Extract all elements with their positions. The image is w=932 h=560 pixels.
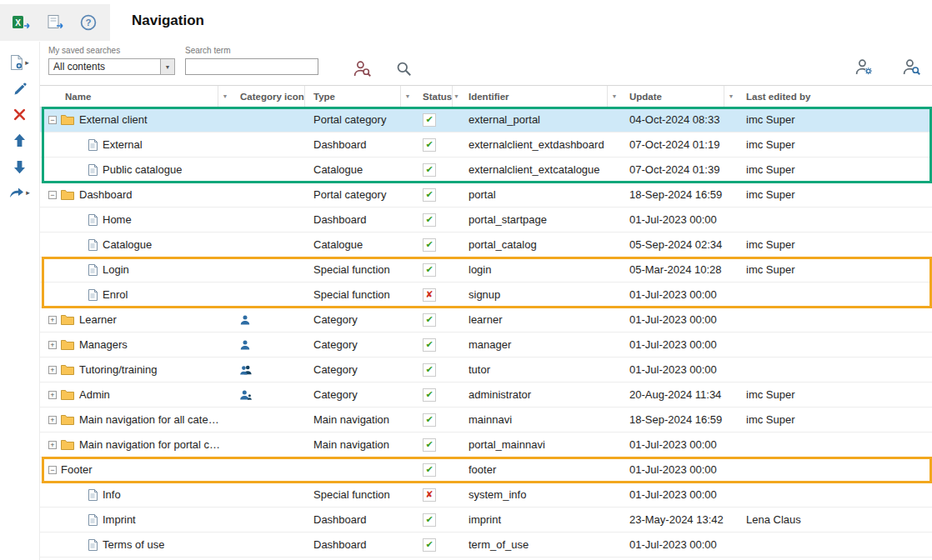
identifier-cell: login <box>460 258 621 282</box>
excel-export-icon[interactable]: X <box>12 14 32 31</box>
name-cell[interactable]: −Dashboard <box>40 182 232 207</box>
column-header[interactable]: Identifier▼ <box>460 86 621 107</box>
user-settings-icon[interactable] <box>855 59 873 78</box>
name-cell[interactable]: Enrol <box>40 282 232 307</box>
table-row[interactable]: Public catalogueCatalogue✔externalclient… <box>40 158 932 182</box>
category-icon-cell <box>232 382 305 407</box>
filter-chevron-icon[interactable]: ▼ <box>724 86 738 107</box>
expander-plus-icon[interactable]: + <box>48 341 57 349</box>
table-row[interactable]: ExternalDashboard✔externalclient_extdash… <box>40 132 932 158</box>
identifier-cell: tutor <box>460 358 621 382</box>
table-row[interactable]: Terms of useDashboard✔term_of_use01-Jul-… <box>40 532 932 558</box>
row-identifier: administrator <box>469 388 531 401</box>
table-row[interactable]: −External clientPortal category✔external… <box>40 108 932 132</box>
row-update: 01-Jul-2023 00:00 <box>629 338 717 351</box>
table-row[interactable]: +Main navigation for portal c…Main navig… <box>40 432 932 458</box>
column-header[interactable]: Status▼ <box>414 86 460 107</box>
name-cell[interactable]: Terms of use <box>40 532 232 557</box>
delete-button[interactable] <box>13 108 26 121</box>
row-last-edited-by: imc Super <box>746 163 795 176</box>
table-row[interactable]: HomeDashboard✔portal_startpage01-Jul-202… <box>40 208 932 232</box>
status-active-icon: ✔ <box>423 463 436 477</box>
column-header[interactable]: Name▼ <box>40 86 232 107</box>
help-icon[interactable]: ? <box>80 14 97 31</box>
status-cell: ✔ <box>414 358 460 382</box>
name-cell[interactable]: +Managers <box>40 332 232 357</box>
saved-search-run-icon[interactable] <box>353 61 371 79</box>
name-cell[interactable]: Imprint <box>40 508 232 532</box>
document-icon <box>88 539 98 551</box>
user-search-icon[interactable] <box>903 59 920 78</box>
expander-minus-icon[interactable]: − <box>48 191 57 199</box>
table-row[interactable]: ImprintDashboard✔imprint23-May-2024 13:4… <box>40 508 932 532</box>
expander-plus-icon[interactable]: + <box>48 366 57 374</box>
search-term-input[interactable] <box>185 58 318 75</box>
name-cell[interactable]: Info <box>40 482 232 507</box>
search-icon[interactable] <box>396 61 412 79</box>
table-row[interactable]: CatalogueCatalogue✔portal_catalog05-Sep-… <box>40 232 932 258</box>
filter-chevron-icon[interactable]: ▼ <box>400 86 414 107</box>
table-row[interactable]: +Main navigation for all cate…Main navig… <box>40 408 932 432</box>
name-cell[interactable]: +Learner <box>40 308 232 332</box>
saved-searches-select[interactable]: All contents ▼ <box>48 58 175 75</box>
table-row[interactable]: +Tutoring/trainingCategory✔tutor01-Jul-2… <box>40 358 932 382</box>
page-title: Navigation <box>132 12 204 29</box>
expander-plus-icon[interactable]: + <box>48 441 57 449</box>
name-cell[interactable]: Home <box>40 208 232 232</box>
table-row[interactable]: InfoSpecial function✘system_info01-Jul-2… <box>40 482 932 508</box>
filter-chevron-icon[interactable]: ▼ <box>452 86 460 107</box>
chevron-down-icon[interactable]: ▼ <box>160 59 174 74</box>
expander-plus-icon[interactable]: + <box>48 316 57 324</box>
filter-chevron-icon[interactable]: ▼ <box>607 86 621 107</box>
row-name: Catalogue <box>103 238 152 251</box>
name-cell[interactable]: +Main navigation for portal c… <box>40 432 232 457</box>
type-cell: Catalogue <box>305 158 414 182</box>
name-cell[interactable]: Catalogue <box>40 232 232 257</box>
table-row[interactable]: −Footer✔footer01-Jul-2023 00:00 <box>40 458 932 482</box>
move-up-button[interactable] <box>13 133 26 148</box>
column-header[interactable]: Category icon▼ <box>232 86 305 107</box>
table-row[interactable]: +LearnerCategory✔learner01-Jul-2023 00:0… <box>40 308 932 332</box>
table-row[interactable]: +ManagersCategory✔manager01-Jul-2023 00:… <box>40 332 932 358</box>
move-down-button[interactable] <box>13 160 26 174</box>
table-row[interactable]: EnrolSpecial function✘signup01-Jul-2023 … <box>40 282 932 308</box>
column-header[interactable]: Type▼ <box>305 86 414 107</box>
assign-button[interactable]: ▸ <box>9 187 30 198</box>
name-cell[interactable]: Login <box>40 258 232 282</box>
expander-plus-icon[interactable]: + <box>48 391 57 399</box>
name-cell[interactable]: +Main navigation for all cate… <box>40 408 232 432</box>
export-icon[interactable] <box>47 14 65 31</box>
search-term-label: Search term <box>185 46 318 55</box>
name-cell[interactable]: −External client <box>40 108 232 132</box>
name-cell[interactable]: External <box>40 132 232 157</box>
name-cell[interactable]: Public catalogue <box>40 158 232 182</box>
row-type: Dashboard <box>313 138 367 151</box>
table-row[interactable]: +AdminCategory✔administrator20-Aug-2024 … <box>40 382 932 408</box>
row-type: Dashboard <box>313 513 367 526</box>
update-cell: 05-Mar-2024 10:28 <box>621 258 738 282</box>
new-content-button[interactable]: ▸ <box>10 55 29 70</box>
table-row[interactable]: LoginSpecial function✔login05-Mar-2024 1… <box>40 258 932 282</box>
name-cell[interactable]: −Footer <box>40 458 232 482</box>
row-update: 05-Sep-2024 02:34 <box>629 238 722 251</box>
type-cell: Dashboard <box>305 208 414 232</box>
column-header[interactable]: Last edited by <box>738 86 932 107</box>
row-type: Special function <box>313 488 390 501</box>
status-inactive-icon: ✘ <box>423 488 436 502</box>
identifier-cell: manager <box>460 332 621 357</box>
expander-minus-icon[interactable]: − <box>48 116 57 124</box>
table-row[interactable]: −DashboardPortal category✔portal18-Sep-2… <box>40 182 932 208</box>
filter-chevron-icon[interactable]: ▼ <box>218 86 232 107</box>
name-cell[interactable]: +Admin <box>40 382 232 407</box>
edit-button[interactable] <box>13 82 27 96</box>
expander-minus-icon[interactable]: − <box>48 466 57 474</box>
name-cell[interactable]: +Tutoring/training <box>40 358 232 382</box>
column-header[interactable]: Update▼ <box>621 86 738 107</box>
category-icon-cell <box>232 458 305 482</box>
expander-plus-icon[interactable]: + <box>48 416 57 424</box>
status-cell: ✘ <box>414 282 460 307</box>
row-name: Admin <box>79 388 110 401</box>
type-cell: Dashboard <box>305 132 414 157</box>
row-name: Login <box>103 263 129 276</box>
row-update: 23-May-2024 13:42 <box>629 513 724 526</box>
